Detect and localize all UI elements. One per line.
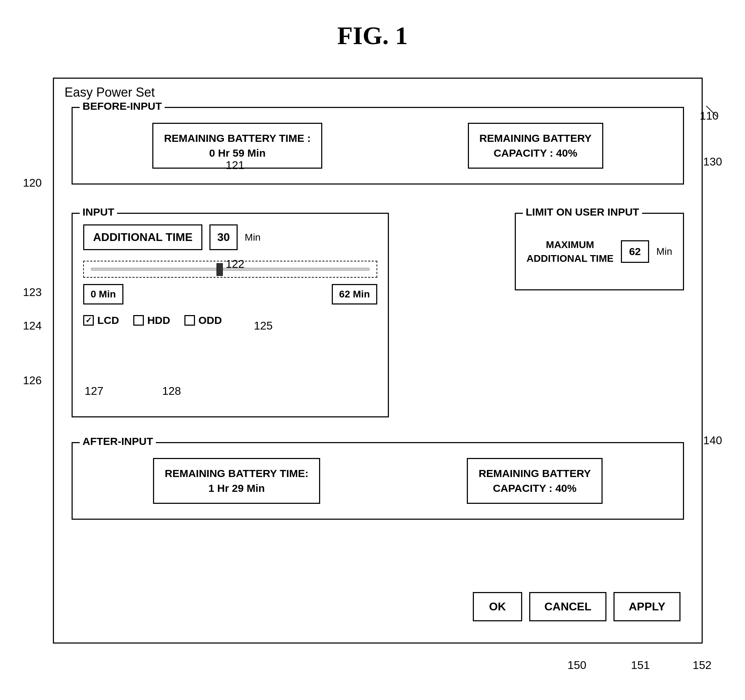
buttons-row: OK CANCEL APPLY: [473, 592, 681, 621]
hdd-label: HDD: [147, 314, 170, 326]
ref-125: 125: [254, 319, 272, 332]
ref-128: 128: [162, 385, 181, 398]
input-label: INPUT: [80, 206, 117, 218]
input-section: INPUT ADDITIONAL TIME 30 Min 0 Min 62 Mi…: [72, 213, 389, 417]
before-input-label: BEFORE-INPUT: [80, 100, 165, 112]
ref-130: 130: [703, 155, 722, 168]
ok-button[interactable]: OK: [473, 592, 522, 621]
window-title: Easy Power Set: [64, 85, 155, 100]
limit-label: LIMIT ON USER INPUT: [523, 206, 642, 218]
additional-time-unit: Min: [245, 232, 260, 243]
after-remaining-capacity-box: REMAINING BATTERY CAPACITY : 40%: [467, 458, 602, 504]
slider-thumb[interactable]: [217, 263, 223, 276]
checkboxes-row: ✓ LCD HDD ODD: [73, 307, 388, 333]
ref-123: 123: [23, 286, 42, 299]
after-input-label: AFTER-INPUT: [80, 435, 156, 447]
apply-button[interactable]: APPLY: [613, 592, 681, 621]
max-additional-time-label: MAXIMUMADDITIONAL TIME: [527, 238, 613, 265]
hdd-checkbox-box[interactable]: [133, 315, 144, 326]
ref-122: 122: [226, 258, 244, 271]
ref-151: 151: [631, 659, 650, 672]
additional-time-value[interactable]: 30: [209, 224, 238, 250]
checkbox-odd[interactable]: ODD: [184, 314, 222, 326]
figure-title: FIG. 1: [0, 0, 745, 64]
slider-labels: 0 Min 62 Min: [73, 281, 388, 307]
before-input-section: BEFORE-INPUT REMAINING BATTERY TIME : 0 …: [72, 107, 684, 184]
cancel-button[interactable]: CANCEL: [529, 592, 606, 621]
slider-max: 62 Min: [332, 284, 377, 304]
ref-120: 120: [23, 177, 42, 189]
ref-121: 121: [226, 159, 244, 172]
ref-127: 127: [85, 385, 103, 398]
checkbox-lcd[interactable]: ✓ LCD: [83, 314, 119, 326]
ref-152: 152: [693, 659, 712, 672]
remaining-capacity-box: REMAINING BATTERY CAPACITY : 40%: [468, 123, 603, 169]
odd-checkbox-box[interactable]: [184, 315, 195, 326]
ref-150: 150: [568, 659, 586, 672]
ref-110: 110: [700, 109, 718, 123]
ref-140: 140: [703, 434, 722, 447]
lcd-label: LCD: [97, 314, 119, 326]
checkbox-hdd[interactable]: HDD: [133, 314, 170, 326]
main-window: Easy Power Set BEFORE-INPUT REMAINING BA…: [53, 78, 703, 643]
ref-124: 124: [23, 319, 42, 332]
slider-min: 0 Min: [83, 284, 123, 304]
limit-section: LIMIT ON USER INPUT MAXIMUMADDITIONAL TI…: [515, 213, 684, 290]
limit-unit: Min: [657, 246, 672, 257]
additional-time-label-box: ADDITIONAL TIME: [83, 224, 202, 250]
additional-time-row: ADDITIONAL TIME 30 Min: [73, 214, 388, 254]
max-value-box: 62: [621, 240, 649, 263]
after-input-section: AFTER-INPUT REMAINING BATTERY TIME: 1 Hr…: [72, 442, 684, 520]
ref-126: 126: [23, 374, 42, 387]
odd-label: ODD: [199, 314, 222, 326]
lcd-checkbox-box[interactable]: ✓: [83, 315, 94, 326]
after-remaining-time-box: REMAINING BATTERY TIME: 1 Hr 29 Min: [153, 458, 320, 504]
